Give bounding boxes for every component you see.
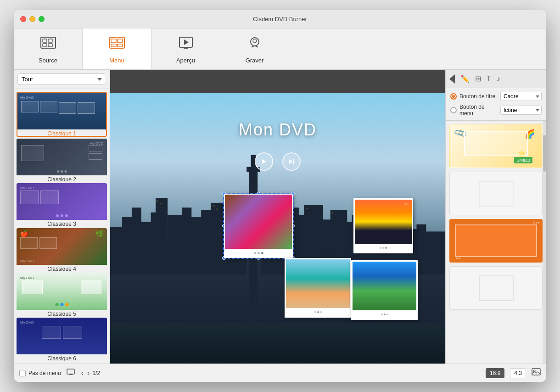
template-classique5[interactable]: My DVD Classique 5 xyxy=(17,273,107,316)
svg-rect-55 xyxy=(307,207,308,209)
scroll-track xyxy=(543,121,546,364)
svg-rect-50 xyxy=(157,201,158,202)
template-classique2[interactable]: My DVD xyxy=(17,139,107,182)
template-classique4[interactable]: 🍎 🌿 My DVD Classique 4 xyxy=(17,228,107,271)
template-classique6[interactable]: My DVD Classique 6 xyxy=(17,318,107,361)
source-label: Source xyxy=(39,57,57,64)
playback-controls xyxy=(255,152,301,171)
svg-rect-59 xyxy=(293,159,294,164)
svg-rect-27 xyxy=(168,215,185,274)
svg-rect-6 xyxy=(111,39,116,43)
dvd-canvas[interactable]: Mon DVD xyxy=(110,93,445,364)
svg-rect-29 xyxy=(189,217,203,274)
graver-label: Graver xyxy=(246,57,264,64)
graver-icon xyxy=(246,34,263,54)
control-row-titre: Bouton de titre Cadre Texte Icône xyxy=(450,92,542,101)
gallery-item-1[interactable]: 📎 🌈 ⭐ SMILE! xyxy=(449,124,543,168)
music-icon[interactable]: ♪ xyxy=(497,75,500,83)
nav-left-icon[interactable] xyxy=(449,74,455,84)
bouton-menu-label: Bouton de menu xyxy=(459,104,498,117)
template-label-2: Classique 2 xyxy=(17,175,107,182)
gallery-item-2[interactable] xyxy=(449,172,543,215)
apercu-icon xyxy=(178,34,194,54)
svg-rect-63 xyxy=(532,369,540,375)
maximize-button[interactable] xyxy=(39,16,45,22)
svg-rect-53 xyxy=(217,208,218,210)
main-content: Tout Classique Moderne Élégant My DVD xyxy=(14,70,546,364)
play-button[interactable] xyxy=(255,152,273,171)
templates-gallery: 📎 🌈 ⭐ SMILE! xyxy=(446,121,546,364)
smile-badge: SMILE! xyxy=(514,157,532,163)
svg-rect-62 xyxy=(69,375,73,375)
template-thumb-1: My DVD xyxy=(17,93,106,129)
template-classique1[interactable]: My DVD Classique 1 xyxy=(17,92,107,137)
svg-rect-30 xyxy=(201,210,213,274)
text-icon[interactable]: T xyxy=(487,75,491,83)
svg-marker-11 xyxy=(184,39,189,45)
svg-rect-9 xyxy=(118,44,123,47)
frame-placeholder xyxy=(479,181,513,206)
frame-tropical[interactable] xyxy=(351,260,418,320)
svg-rect-28 xyxy=(182,207,191,274)
bouton-titre-select[interactable]: Cadre Texte Icône xyxy=(500,92,542,101)
image-settings-icon[interactable] xyxy=(532,368,541,378)
screen-icon[interactable] xyxy=(67,369,75,377)
skip-button[interactable] xyxy=(282,152,301,171)
template-thumb-3: My DVD xyxy=(17,183,107,220)
svg-rect-2 xyxy=(48,39,52,42)
template-thumb-4: 🍎 🌿 My DVD xyxy=(17,228,107,265)
no-menu-label: Pas de menu xyxy=(28,370,61,376)
svg-rect-49 xyxy=(424,231,445,274)
svg-point-15 xyxy=(253,39,257,43)
svg-rect-51 xyxy=(160,203,161,204)
radio-bouton-menu[interactable] xyxy=(450,107,457,113)
svg-marker-57 xyxy=(262,159,266,164)
svg-rect-48 xyxy=(416,224,426,275)
template-label-1: Classique 1 xyxy=(17,129,106,137)
svg-rect-20 xyxy=(132,207,141,274)
minimize-button[interactable] xyxy=(29,16,35,22)
grid-icon[interactable]: ⊞ xyxy=(475,74,481,83)
window-title: Cisdem DVD Burner xyxy=(253,16,307,22)
close-button[interactable] xyxy=(20,16,26,22)
toolbar-item-menu[interactable]: Menu xyxy=(83,28,151,69)
ratio-4-3-button[interactable]: 4:3 xyxy=(510,368,526,378)
prev-page-button[interactable]: ‹ xyxy=(80,369,84,377)
svg-rect-7 xyxy=(111,44,116,47)
canvas-header xyxy=(110,70,445,93)
titlebar: Cisdem DVD Burner xyxy=(14,10,546,28)
frame-sunset[interactable]: 4K xyxy=(353,198,413,253)
toolbar-item-graver[interactable]: Graver xyxy=(220,28,289,69)
template-list: My DVD Classique 1 xyxy=(14,89,110,364)
svg-rect-1 xyxy=(43,39,47,42)
right-controls: Bouton de titre Cadre Texte Icône Bouton… xyxy=(446,88,546,121)
ratio-16-9-button[interactable]: 16:9 xyxy=(486,368,504,378)
template-label-6: Classique 6 xyxy=(17,354,107,361)
toolbar: Source Menu xyxy=(14,28,546,70)
svg-rect-4 xyxy=(48,44,52,47)
frame-beach[interactable] xyxy=(285,258,351,318)
gallery-item-4[interactable] xyxy=(449,266,543,310)
svg-rect-13 xyxy=(185,47,186,48)
canvas-area: Mon DVD xyxy=(110,70,445,364)
bouton-titre-label: Bouton de titre xyxy=(459,93,498,100)
svg-rect-19 xyxy=(122,217,134,274)
scroll-thumb[interactable] xyxy=(543,135,546,172)
no-menu-checkbox-container[interactable]: Pas de menu xyxy=(19,370,61,376)
template-classique3[interactable]: My DVD Classique 3 xyxy=(17,183,107,226)
radio-bouton-titre[interactable] xyxy=(450,93,457,100)
filter-select[interactable]: Tout Classique Moderne Élégant xyxy=(17,73,106,85)
control-row-menu: Bouton de menu Icône Texte Cadre xyxy=(450,104,542,117)
no-menu-checkbox[interactable] xyxy=(19,370,26,376)
toolbar-item-apercu[interactable]: Aperçu xyxy=(151,28,220,69)
edit-icon[interactable]: ✏️ xyxy=(460,74,470,83)
next-page-button[interactable]: › xyxy=(86,369,90,377)
page-info: 1/2 xyxy=(92,370,100,376)
bouton-menu-select[interactable]: Icône Texte Cadre xyxy=(500,106,542,115)
gallery-item-3[interactable] xyxy=(449,219,543,263)
page-navigation: ‹ › 1/2 xyxy=(80,369,100,377)
sidebar-filter: Tout Classique Moderne Élégant xyxy=(14,70,110,89)
frame-selected-container[interactable] xyxy=(224,194,293,258)
toolbar-item-source[interactable]: Source xyxy=(14,28,83,69)
svg-rect-18 xyxy=(110,227,124,274)
